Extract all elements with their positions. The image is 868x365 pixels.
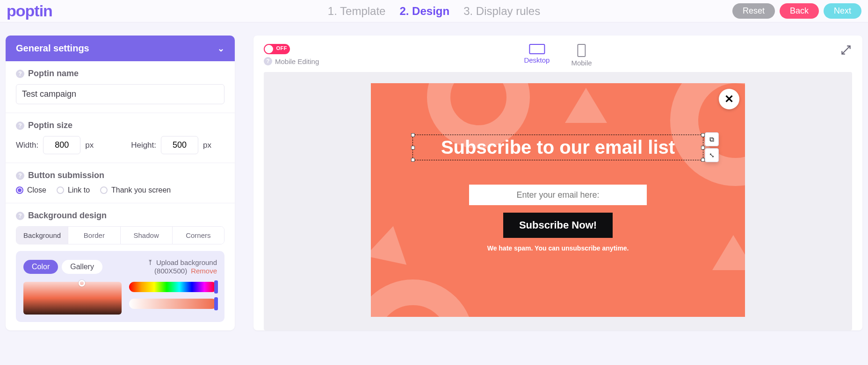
- popup-headline: Subscribe to our email list: [441, 137, 675, 157]
- popup-subscribe-button[interactable]: Subscribe Now!: [503, 213, 613, 238]
- radio-thank-you[interactable]: Thank you screen: [100, 186, 171, 194]
- section-label: Poptin size: [28, 121, 72, 130]
- height-label: Height:: [131, 141, 156, 150]
- resize-handle-icon[interactable]: [701, 158, 705, 162]
- resize-handle-icon[interactable]: [411, 133, 415, 137]
- upload-background[interactable]: ⤒Upload background (800X500)Remove: [147, 258, 217, 275]
- popup-preview[interactable]: ✕ Subscribe to our email list ⧉ ⤡: [371, 83, 745, 317]
- section-label: Poptin name: [28, 69, 79, 79]
- radio-dot-icon: [57, 186, 64, 194]
- expand-icon: ⤡: [709, 151, 715, 159]
- radio-dot-icon: [100, 186, 108, 194]
- resize-handle-icon[interactable]: [701, 146, 705, 150]
- alpha-slider[interactable]: [129, 299, 217, 309]
- unit-label: px: [203, 141, 211, 150]
- help-icon[interactable]: ?: [16, 212, 24, 220]
- settings-sidebar: General settings ⌄ ? Poptin name ? Popti…: [6, 36, 235, 330]
- panel-title: General settings: [16, 43, 89, 54]
- upload-icon: ⤒: [147, 258, 153, 266]
- resize-handle-icon[interactable]: [411, 158, 415, 162]
- element-tools: ⧉ ⤡: [705, 132, 719, 162]
- next-button[interactable]: Next: [824, 3, 861, 19]
- top-bar: poptin 1. Template 2. Design 3. Display …: [0, 0, 868, 22]
- step-template[interactable]: 1. Template: [328, 5, 386, 18]
- background-design-section: ? Background design Background Border Sh…: [6, 203, 235, 330]
- radio-dot-icon: [16, 186, 23, 194]
- step-design[interactable]: 2. Design: [399, 5, 449, 18]
- decor-circle-icon: [371, 279, 474, 317]
- general-settings-header[interactable]: General settings ⌄: [6, 36, 235, 61]
- section-label: Button submission: [28, 171, 104, 180]
- canvas-toolbar: OFF ? Mobile Editing Desktop Mobile: [264, 44, 852, 72]
- fullscreen-icon[interactable]: [840, 44, 852, 56]
- height-input[interactable]: [161, 136, 198, 154]
- remove-background-link[interactable]: Remove: [191, 267, 217, 275]
- radio-link-to[interactable]: Link to: [57, 186, 90, 194]
- mobile-editing-toggle[interactable]: OFF: [264, 44, 290, 54]
- mobile-editing-label: Mobile Editing: [275, 57, 319, 65]
- logo: poptin: [7, 2, 52, 20]
- step-display-rules[interactable]: 3. Display rules: [463, 5, 540, 18]
- top-buttons: Reset Back Next: [732, 3, 861, 19]
- width-input[interactable]: [43, 136, 80, 154]
- poptin-size-section: ? Poptin size Width: px Height: px: [6, 113, 235, 163]
- color-field[interactable]: [23, 282, 122, 315]
- help-icon[interactable]: ?: [16, 172, 24, 180]
- help-icon[interactable]: ?: [264, 57, 272, 65]
- color-cursor-icon[interactable]: [79, 280, 85, 286]
- mobile-icon: [578, 44, 586, 57]
- resize-handle-icon[interactable]: [701, 133, 705, 137]
- radio-close[interactable]: Close: [16, 186, 46, 194]
- headline-element[interactable]: Subscribe to our email list ⧉ ⤡: [412, 135, 703, 160]
- slider-thumb-icon[interactable]: [214, 297, 218, 310]
- chevron-down-icon: ⌄: [217, 43, 224, 54]
- bg-panel: Color Gallery ⤒Upload background (800X50…: [16, 251, 224, 322]
- button-submission-section: ? Button submission Close Link to Thank …: [6, 163, 235, 203]
- bg-subtabs: Background Border Shadow Corners: [16, 226, 224, 244]
- help-icon[interactable]: ?: [16, 122, 24, 130]
- expand-button[interactable]: ⤡: [705, 148, 719, 162]
- design-canvas: OFF ? Mobile Editing Desktop Mobile: [253, 36, 862, 330]
- tab-shadow[interactable]: Shadow: [120, 227, 172, 244]
- poptin-name-input[interactable]: [16, 84, 224, 104]
- wizard-steps: 1. Template 2. Design 3. Display rules: [328, 5, 540, 18]
- toggle-state-label: OFF: [276, 45, 288, 51]
- reset-button[interactable]: Reset: [732, 3, 775, 19]
- copy-icon: ⧉: [709, 136, 714, 143]
- back-button[interactable]: Back: [780, 3, 819, 19]
- width-label: Width:: [16, 141, 38, 150]
- device-desktop[interactable]: Desktop: [524, 44, 550, 67]
- help-icon[interactable]: ?: [16, 70, 24, 78]
- poptin-name-section: ? Poptin name: [6, 61, 235, 113]
- preview-stage: ✕ Subscribe to our email list ⧉ ⤡: [264, 72, 852, 330]
- popup-disclaimer: We hate spam. You can unsubscribe anytim…: [487, 244, 629, 252]
- popup-email-input[interactable]: [469, 185, 647, 205]
- tab-corners[interactable]: Corners: [172, 227, 224, 244]
- toggle-knob-icon: [265, 45, 273, 53]
- pill-color[interactable]: Color: [23, 260, 58, 274]
- pill-gallery[interactable]: Gallery: [62, 260, 102, 274]
- hue-slider[interactable]: [129, 282, 217, 292]
- section-label: Background design: [28, 211, 107, 221]
- slider-thumb-icon[interactable]: [214, 280, 218, 293]
- duplicate-button[interactable]: ⧉: [705, 132, 719, 146]
- tab-border[interactable]: Border: [68, 227, 120, 244]
- desktop-icon: [529, 44, 545, 54]
- tab-background[interactable]: Background: [16, 227, 68, 244]
- unit-label: px: [85, 141, 94, 150]
- resize-handle-icon[interactable]: [411, 146, 415, 150]
- device-mobile[interactable]: Mobile: [571, 44, 592, 67]
- main-area: General settings ⌄ ? Poptin name ? Popti…: [0, 22, 868, 330]
